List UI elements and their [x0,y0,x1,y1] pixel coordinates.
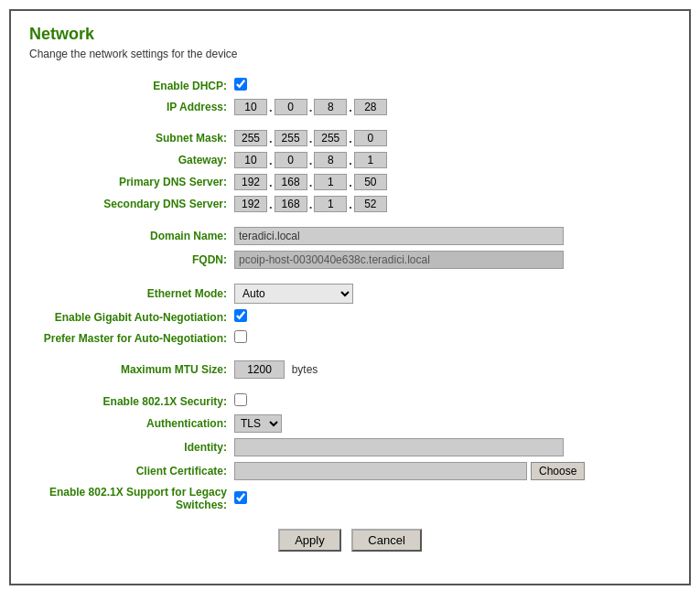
subnet-part2[interactable] [275,130,307,146]
subnet-part1[interactable] [234,130,267,146]
gateway-part1[interactable] [234,152,267,168]
ip-part1[interactable]: 10 [234,99,267,115]
ip-address-row: IP Address: 10 . 0 . 8 . 28 [29,96,671,118]
secondary-dns-part3[interactable] [314,196,347,212]
prefer-master-label: Prefer Master for Auto-Negotiation: [29,327,231,349]
primary-dns-part1[interactable] [234,174,267,190]
legacy-value-cell [231,483,671,514]
subnet-part3[interactable] [314,130,347,146]
ip-part4[interactable]: 28 [354,99,387,115]
identity-value-cell [231,435,671,459]
primary-dns-dot2: . [309,176,313,189]
ip-dot2: . [309,101,313,114]
main-container: Network Change the network settings for … [9,9,691,585]
ethernet-mode-value-cell: Auto 100Mbps Full 100Mbps Half 10Mbps Fu… [231,281,671,306]
gateway-value-cell: . . . [231,149,671,171]
secondary-dns-part1[interactable] [234,196,267,212]
primary-dns-part3[interactable] [314,174,347,190]
ethernet-mode-row: Ethernet Mode: Auto 100Mbps Full 100Mbps… [29,281,671,306]
auth-row: Authentication: TLS PEAP [29,412,671,435]
gateway-part4[interactable] [354,152,387,168]
gateway-group: . . . [234,152,667,168]
bytes-label: bytes [292,363,318,376]
dhcp-label: Enable DHCP: [29,75,231,96]
ip-part2[interactable]: 0 [275,99,307,115]
enable-8021x-label: Enable 802.1X Security: [29,391,231,412]
dhcp-checkbox[interactable] [234,78,247,91]
settings-form: Enable DHCP: IP Address: 10 . 0 . 8 . 28 [29,75,671,514]
fqdn-value-cell [231,248,671,272]
mtu-value-cell: bytes [231,358,671,381]
secondary-dns-part2[interactable] [275,196,307,212]
prefer-master-checkbox[interactable] [234,330,247,343]
secondary-dns-dot1: . [269,198,273,211]
domain-name-label: Domain Name: [29,224,231,248]
gigabit-checkbox[interactable] [234,309,247,322]
spacer2 [29,215,671,224]
cert-container: Choose [234,462,667,480]
secondary-dns-dot3: . [349,198,352,211]
legacy-checkbox[interactable] [234,491,247,504]
gateway-row: Gateway: . . . [29,149,671,171]
gateway-dot3: . [349,154,352,167]
client-cert-value-cell: Choose [231,459,671,483]
gigabit-label: Enable Gigabit Auto-Negotiation: [29,306,231,327]
subnet-label: Subnet Mask: [29,127,231,149]
prefer-master-row: Prefer Master for Auto-Negotiation: [29,327,671,349]
domain-name-input[interactable] [234,227,564,245]
ip-part3[interactable]: 8 [314,99,347,115]
spacer1 [29,118,671,127]
gateway-label: Gateway: [29,149,231,171]
mtu-row: Maximum MTU Size: bytes [29,358,671,381]
primary-dns-row: Primary DNS Server: . . . [29,171,671,193]
identity-row: Identity: [29,435,671,459]
prefer-master-value-cell [231,327,671,349]
client-cert-label: Client Certificate: [29,459,231,483]
choose-button[interactable]: Choose [531,462,585,480]
auth-label: Authentication: [29,412,231,435]
gateway-dot2: . [309,154,313,167]
gateway-part3[interactable] [314,152,347,168]
subnet-value-cell: . . . [231,127,671,149]
dhcp-value-cell [231,75,671,96]
ethernet-mode-select[interactable]: Auto 100Mbps Full 100Mbps Half 10Mbps Fu… [234,284,353,304]
gigabit-value-cell [231,306,671,327]
secondary-dns-value-cell: . . . [231,193,671,215]
enable-8021x-checkbox[interactable] [234,393,247,406]
domain-name-value-cell [231,224,671,248]
auth-select[interactable]: TLS PEAP [234,414,282,433]
gateway-dot1: . [269,154,273,167]
secondary-dns-dot2: . [309,198,313,211]
secondary-dns-part4[interactable] [354,196,387,212]
identity-input[interactable] [234,438,564,456]
fqdn-row: FQDN: [29,248,671,272]
ip-address-label: IP Address: [29,96,231,118]
identity-label: Identity: [29,435,231,459]
apply-button[interactable]: Apply [278,529,341,552]
primary-dns-group: . . . [234,174,667,190]
subnet-dot1: . [269,132,273,145]
button-row: Apply Cancel [29,529,671,552]
legacy-row: Enable 802.1X Support for Legacy Switche… [29,483,671,514]
mtu-input[interactable] [234,360,285,379]
primary-dns-dot3: . [349,176,352,189]
enable-8021x-row: Enable 802.1X Security: [29,391,671,412]
spacer4 [29,349,671,358]
fqdn-label: FQDN: [29,248,231,272]
secondary-dns-group: . . . [234,196,667,212]
legacy-label: Enable 802.1X Support for Legacy Switche… [29,483,231,514]
gateway-part2[interactable] [275,152,307,168]
primary-dns-part2[interactable] [275,174,307,190]
primary-dns-dot1: . [269,176,273,189]
subnet-part4[interactable] [354,130,387,146]
ip-address-value-cell: 10 . 0 . 8 . 28 [231,96,671,118]
primary-dns-value-cell: . . . [231,171,671,193]
subnet-dot2: . [309,132,313,145]
spacer5 [29,381,671,391]
client-cert-row: Client Certificate: Choose [29,459,671,483]
primary-dns-part4[interactable] [354,174,387,190]
cancel-button[interactable]: Cancel [351,529,421,552]
gigabit-row: Enable Gigabit Auto-Negotiation: [29,306,671,327]
cert-input[interactable] [234,462,527,480]
subnet-group: . . . [234,130,667,146]
